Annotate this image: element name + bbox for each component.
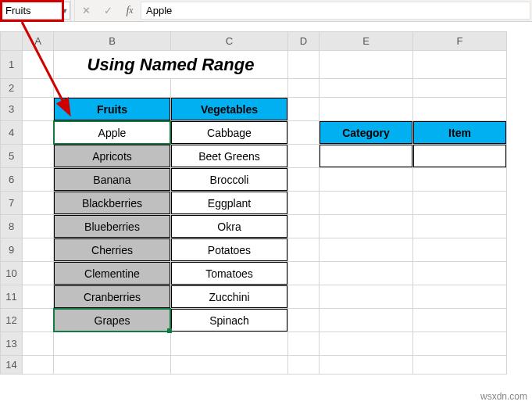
cell[interactable]: Grapes <box>54 309 171 332</box>
cell[interactable] <box>320 145 413 168</box>
cell[interactable]: Blueberries <box>54 215 171 238</box>
cell[interactable] <box>413 79 507 98</box>
cell[interactable]: Tomatoes <box>171 262 288 285</box>
cell[interactable] <box>288 121 320 145</box>
cell[interactable] <box>320 356 413 375</box>
cell[interactable] <box>413 145 507 168</box>
cell[interactable]: Category <box>320 121 413 145</box>
cell[interactable] <box>23 215 54 238</box>
row-header[interactable]: 1 <box>1 51 23 79</box>
cell[interactable] <box>288 98 320 121</box>
cell[interactable] <box>413 168 507 192</box>
cell[interactable] <box>288 145 320 168</box>
col-header-E[interactable]: E <box>320 32 413 51</box>
cell[interactable] <box>320 168 413 192</box>
cell[interactable] <box>288 215 320 238</box>
cell[interactable] <box>288 285 320 309</box>
cell[interactable] <box>23 121 54 145</box>
cell[interactable]: Banana <box>54 168 171 192</box>
cell[interactable] <box>23 309 54 332</box>
cell[interactable] <box>23 168 54 192</box>
select-all-corner[interactable] <box>1 32 23 51</box>
formula-input[interactable] <box>141 5 530 16</box>
cell[interactable] <box>171 79 288 98</box>
row-header[interactable]: 10 <box>1 262 23 285</box>
cell[interactable] <box>320 215 413 238</box>
cell[interactable] <box>171 356 288 375</box>
cell[interactable] <box>320 51 413 79</box>
row-header[interactable]: 14 <box>1 356 23 375</box>
cell[interactable]: Eggplant <box>171 192 288 215</box>
cell[interactable] <box>288 51 320 79</box>
cell[interactable] <box>23 262 54 285</box>
row-header[interactable]: 5 <box>1 145 23 168</box>
cell[interactable]: Zucchini <box>171 285 288 309</box>
row-header[interactable]: 13 <box>1 332 23 356</box>
cell[interactable] <box>413 332 507 356</box>
cell[interactable] <box>288 168 320 192</box>
cell[interactable]: Cherries <box>54 238 171 262</box>
cell[interactable] <box>320 262 413 285</box>
title-cell[interactable]: Using Named Range <box>54 51 288 79</box>
cell[interactable] <box>23 285 54 309</box>
col-header-B[interactable]: B <box>54 32 171 51</box>
cell[interactable]: Broccoli <box>171 168 288 192</box>
cell[interactable] <box>23 192 54 215</box>
cell[interactable] <box>23 332 54 356</box>
row-header[interactable]: 3 <box>1 98 23 121</box>
cell[interactable]: Item <box>413 121 507 145</box>
formula-input-wrap[interactable] <box>141 2 530 20</box>
spreadsheet-grid[interactable]: A B C D E F 1 Using Named Range 2 3 Frui… <box>0 31 532 405</box>
cell[interactable]: Fruits <box>54 98 171 121</box>
name-box[interactable]: ▼ <box>2 2 70 20</box>
cell[interactable] <box>413 215 507 238</box>
cell[interactable] <box>23 145 54 168</box>
cell[interactable]: Clementine <box>54 262 171 285</box>
col-header-C[interactable]: C <box>171 32 288 51</box>
cell[interactable] <box>288 192 320 215</box>
cell[interactable] <box>288 238 320 262</box>
cell[interactable] <box>413 356 507 375</box>
cell[interactable] <box>54 356 171 375</box>
cell[interactable] <box>54 332 171 356</box>
cell[interactable] <box>413 262 507 285</box>
fx-icon[interactable]: fx <box>119 0 141 21</box>
cell[interactable] <box>320 238 413 262</box>
cell[interactable] <box>320 309 413 332</box>
cell[interactable]: Cranberries <box>54 285 171 309</box>
cancel-icon[interactable]: ✕ <box>75 0 97 21</box>
cell[interactable] <box>413 309 507 332</box>
cell[interactable] <box>288 332 320 356</box>
cell[interactable]: Vegetables <box>171 98 288 121</box>
cell[interactable] <box>413 192 507 215</box>
cell[interactable] <box>413 285 507 309</box>
cell[interactable] <box>320 332 413 356</box>
col-header-D[interactable]: D <box>288 32 320 51</box>
cell[interactable] <box>23 98 54 121</box>
cell[interactable] <box>23 356 54 375</box>
cell[interactable]: Potatoes <box>171 238 288 262</box>
row-header[interactable]: 7 <box>1 192 23 215</box>
cell[interactable] <box>320 285 413 309</box>
cell[interactable] <box>23 238 54 262</box>
row-header[interactable]: 12 <box>1 309 23 332</box>
enter-icon[interactable]: ✓ <box>97 0 119 21</box>
row-header[interactable]: 2 <box>1 79 23 98</box>
cell[interactable]: Spinach <box>171 309 288 332</box>
cell[interactable] <box>54 79 171 98</box>
cell[interactable] <box>288 262 320 285</box>
cell[interactable] <box>23 51 54 79</box>
row-header[interactable]: 9 <box>1 238 23 262</box>
cell[interactable]: Blackberries <box>54 192 171 215</box>
row-header[interactable]: 11 <box>1 285 23 309</box>
cell[interactable] <box>171 332 288 356</box>
row-header[interactable]: 8 <box>1 215 23 238</box>
cell[interactable]: Beet Greens <box>171 145 288 168</box>
cell[interactable]: Apricots <box>54 145 171 168</box>
col-header-F[interactable]: F <box>413 32 507 51</box>
name-box-input[interactable] <box>2 5 60 16</box>
cell[interactable] <box>320 192 413 215</box>
cell[interactable] <box>23 79 54 98</box>
cell[interactable] <box>413 51 507 79</box>
cell[interactable] <box>288 356 320 375</box>
